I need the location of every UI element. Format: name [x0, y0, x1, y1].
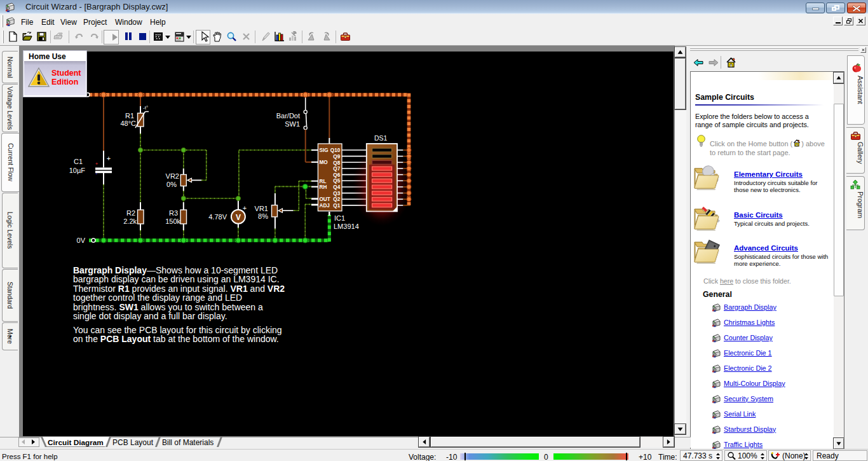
svg-text:Bar/Dot: Bar/Dot: [276, 112, 300, 120]
svg-text:Q8: Q8: [333, 160, 340, 166]
svg-text:Q10: Q10: [330, 148, 341, 153]
svg-text:OUT: OUT: [320, 196, 330, 202]
svg-text:Q4: Q4: [333, 184, 340, 190]
svg-text:DS1: DS1: [374, 134, 388, 142]
svg-text:150k: 150k: [165, 217, 180, 225]
svg-text:SIG: SIG: [320, 148, 329, 153]
svg-text:0%: 0%: [166, 181, 177, 188]
svg-text:VR1: VR1: [255, 205, 268, 212]
svg-text:Q3: Q3: [333, 191, 340, 196]
svg-text:RH: RH: [320, 184, 327, 190]
svg-text:0V: 0V: [77, 237, 86, 244]
svg-text:MO: MO: [320, 160, 329, 165]
svg-text:-: -: [96, 170, 98, 177]
svg-text:VR2: VR2: [166, 172, 179, 180]
svg-text:V: V: [236, 213, 241, 222]
svg-text:RL: RL: [320, 179, 327, 184]
svg-text:Q9: Q9: [333, 154, 340, 160]
svg-text:+: +: [243, 204, 247, 212]
svg-text:Q5: Q5: [333, 178, 340, 184]
svg-text:C1: C1: [74, 158, 83, 165]
svg-text:R3: R3: [169, 209, 178, 217]
svg-text:R2: R2: [126, 209, 135, 217]
svg-text:4.78V: 4.78V: [208, 213, 227, 221]
svg-text:SW1: SW1: [285, 120, 300, 128]
svg-text:+: +: [107, 155, 111, 162]
svg-text:LM3914: LM3914: [334, 223, 359, 230]
svg-text:+: +: [95, 161, 98, 167]
svg-text:10µF: 10µF: [69, 167, 86, 174]
svg-text:R1: R1: [125, 112, 134, 120]
svg-text:IC1: IC1: [334, 214, 345, 222]
svg-text:2.2k: 2.2k: [123, 217, 137, 225]
svg-text:Q1: Q1: [333, 203, 340, 209]
svg-text:48°C: 48°C: [120, 120, 136, 127]
svg-text:ADJ: ADJ: [320, 203, 330, 209]
svg-text:Q6: Q6: [333, 172, 340, 178]
svg-text:Q2: Q2: [333, 196, 340, 202]
svg-text:-t°: -t°: [143, 105, 148, 111]
svg-text:8%: 8%: [258, 212, 268, 220]
svg-text:Q7: Q7: [333, 166, 340, 172]
